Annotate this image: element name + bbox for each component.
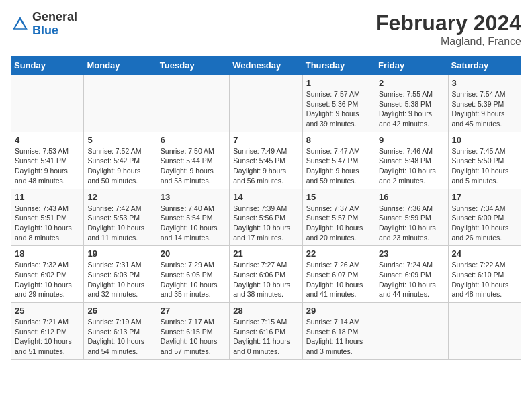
day-number: 19 (87, 248, 152, 259)
day-info: Sunrise: 7:45 AMSunset: 5:50 PMDaylight:… (452, 146, 517, 186)
day-info: Sunrise: 7:47 AMSunset: 5:47 PMDaylight:… (306, 146, 371, 186)
day-number: 25 (15, 306, 80, 316)
day-info: Sunrise: 7:53 AMSunset: 5:41 PMDaylight:… (15, 146, 80, 186)
calendar-week-2: 4Sunrise: 7:53 AMSunset: 5:41 PMDaylight… (11, 132, 521, 189)
calendar-cell (84, 75, 157, 132)
logo-icon (11, 15, 30, 34)
header-row: SundayMondayTuesdayWednesdayThursdayFrid… (11, 56, 521, 75)
calendar-header: SundayMondayTuesdayWednesdayThursdayFrid… (11, 56, 521, 75)
calendar-body: 1Sunrise: 7:57 AMSunset: 5:36 PMDaylight… (11, 75, 521, 360)
calendar-cell: 24Sunrise: 7:22 AMSunset: 6:10 PMDayligh… (448, 246, 521, 303)
day-info: Sunrise: 7:14 AMSunset: 6:18 PMDaylight:… (306, 317, 371, 357)
day-number: 13 (161, 192, 226, 202)
calendar-cell: 7Sunrise: 7:49 AMSunset: 5:45 PMDaylight… (230, 132, 302, 189)
day-info: Sunrise: 7:39 AMSunset: 5:56 PMDaylight:… (233, 203, 298, 243)
day-info: Sunrise: 7:34 AMSunset: 6:00 PMDaylight:… (452, 203, 517, 243)
day-number: 12 (87, 192, 152, 202)
day-number: 11 (15, 192, 80, 202)
day-info: Sunrise: 7:37 AMSunset: 5:57 PMDaylight:… (306, 203, 371, 243)
day-info: Sunrise: 7:54 AMSunset: 5:39 PMDaylight:… (452, 89, 517, 129)
column-header-friday: Friday (375, 56, 448, 75)
calendar-cell: 20Sunrise: 7:29 AMSunset: 6:05 PMDayligh… (157, 246, 229, 303)
page-header: General Blue February 2024 Magland, Fran… (11, 11, 521, 48)
day-number: 17 (452, 192, 517, 202)
calendar-cell: 15Sunrise: 7:37 AMSunset: 5:57 PMDayligh… (302, 189, 375, 246)
day-number: 24 (452, 248, 517, 259)
calendar-cell: 12Sunrise: 7:42 AMSunset: 5:53 PMDayligh… (84, 189, 157, 246)
day-number: 3 (452, 78, 517, 88)
day-number: 14 (233, 192, 298, 202)
day-info: Sunrise: 7:57 AMSunset: 5:36 PMDaylight:… (306, 89, 371, 129)
calendar-week-3: 11Sunrise: 7:43 AMSunset: 5:51 PMDayligh… (11, 189, 521, 246)
calendar-cell (11, 75, 84, 132)
day-number: 28 (233, 306, 298, 316)
day-info: Sunrise: 7:52 AMSunset: 5:42 PMDaylight:… (87, 146, 152, 186)
subtitle: Magland, France (375, 36, 521, 48)
calendar-week-4: 18Sunrise: 7:32 AMSunset: 6:02 PMDayligh… (11, 246, 521, 303)
calendar-cell: 4Sunrise: 7:53 AMSunset: 5:41 PMDaylight… (11, 132, 84, 189)
calendar-cell: 13Sunrise: 7:40 AMSunset: 5:54 PMDayligh… (157, 189, 229, 246)
calendar-cell: 3Sunrise: 7:54 AMSunset: 5:39 PMDaylight… (448, 75, 521, 132)
day-number: 2 (379, 78, 444, 88)
main-title: February 2024 (375, 11, 521, 36)
column-header-wednesday: Wednesday (230, 56, 302, 75)
calendar-cell (230, 75, 302, 132)
calendar-week-1: 1Sunrise: 7:57 AMSunset: 5:36 PMDaylight… (11, 75, 521, 132)
day-info: Sunrise: 7:46 AMSunset: 5:48 PMDaylight:… (379, 146, 444, 186)
day-info: Sunrise: 7:42 AMSunset: 5:53 PMDaylight:… (87, 203, 152, 243)
column-header-sunday: Sunday (11, 56, 84, 75)
calendar-cell: 23Sunrise: 7:24 AMSunset: 6:09 PMDayligh… (375, 246, 448, 303)
day-number: 21 (233, 248, 298, 259)
day-number: 15 (306, 192, 371, 202)
day-number: 4 (15, 135, 80, 145)
logo-general: General (32, 11, 77, 24)
day-number: 9 (379, 135, 444, 145)
day-number: 8 (306, 135, 371, 145)
day-number: 29 (306, 306, 371, 316)
calendar-table: SundayMondayTuesdayWednesdayThursdayFrid… (11, 56, 521, 360)
calendar-cell: 8Sunrise: 7:47 AMSunset: 5:47 PMDaylight… (302, 132, 375, 189)
day-number: 27 (161, 306, 226, 316)
day-number: 22 (306, 248, 371, 259)
day-number: 1 (306, 78, 371, 88)
day-info: Sunrise: 7:49 AMSunset: 5:45 PMDaylight:… (233, 146, 298, 186)
calendar-cell: 17Sunrise: 7:34 AMSunset: 6:00 PMDayligh… (448, 189, 521, 246)
calendar-cell: 21Sunrise: 7:27 AMSunset: 6:06 PMDayligh… (230, 246, 302, 303)
day-number: 7 (233, 135, 298, 145)
logo-blue: Blue (32, 24, 77, 38)
calendar-cell: 5Sunrise: 7:52 AMSunset: 5:42 PMDaylight… (84, 132, 157, 189)
day-number: 10 (452, 135, 517, 145)
calendar-week-5: 25Sunrise: 7:21 AMSunset: 6:12 PMDayligh… (11, 303, 521, 360)
calendar-cell: 11Sunrise: 7:43 AMSunset: 5:51 PMDayligh… (11, 189, 84, 246)
day-info: Sunrise: 7:22 AMSunset: 6:10 PMDaylight:… (452, 260, 517, 300)
calendar-cell: 16Sunrise: 7:36 AMSunset: 5:59 PMDayligh… (375, 189, 448, 246)
calendar-cell (157, 75, 229, 132)
calendar-cell (375, 303, 448, 360)
column-header-monday: Monday (84, 56, 157, 75)
calendar-cell: 25Sunrise: 7:21 AMSunset: 6:12 PMDayligh… (11, 303, 84, 360)
calendar-cell: 19Sunrise: 7:31 AMSunset: 6:03 PMDayligh… (84, 246, 157, 303)
logo: General Blue (11, 11, 77, 38)
calendar-cell: 28Sunrise: 7:15 AMSunset: 6:16 PMDayligh… (230, 303, 302, 360)
calendar-cell: 6Sunrise: 7:50 AMSunset: 5:44 PMDaylight… (157, 132, 229, 189)
column-header-saturday: Saturday (448, 56, 521, 75)
day-info: Sunrise: 7:29 AMSunset: 6:05 PMDaylight:… (161, 260, 226, 300)
calendar-cell (448, 303, 521, 360)
day-info: Sunrise: 7:26 AMSunset: 6:07 PMDaylight:… (306, 260, 371, 300)
calendar-cell: 27Sunrise: 7:17 AMSunset: 6:15 PMDayligh… (157, 303, 229, 360)
day-info: Sunrise: 7:32 AMSunset: 6:02 PMDaylight:… (15, 260, 80, 300)
day-info: Sunrise: 7:27 AMSunset: 6:06 PMDaylight:… (233, 260, 298, 300)
day-number: 20 (161, 248, 226, 259)
day-number: 18 (15, 248, 80, 259)
day-number: 5 (87, 135, 152, 145)
calendar-cell: 14Sunrise: 7:39 AMSunset: 5:56 PMDayligh… (230, 189, 302, 246)
day-info: Sunrise: 7:43 AMSunset: 5:51 PMDaylight:… (15, 203, 80, 243)
day-info: Sunrise: 7:40 AMSunset: 5:54 PMDaylight:… (161, 203, 226, 243)
day-info: Sunrise: 7:17 AMSunset: 6:15 PMDaylight:… (161, 317, 226, 357)
day-info: Sunrise: 7:50 AMSunset: 5:44 PMDaylight:… (161, 146, 226, 186)
calendar-cell: 22Sunrise: 7:26 AMSunset: 6:07 PMDayligh… (302, 246, 375, 303)
logo-text: General Blue (32, 11, 77, 38)
day-number: 26 (87, 306, 152, 316)
calendar-cell: 9Sunrise: 7:46 AMSunset: 5:48 PMDaylight… (375, 132, 448, 189)
day-info: Sunrise: 7:15 AMSunset: 6:16 PMDaylight:… (233, 317, 298, 357)
